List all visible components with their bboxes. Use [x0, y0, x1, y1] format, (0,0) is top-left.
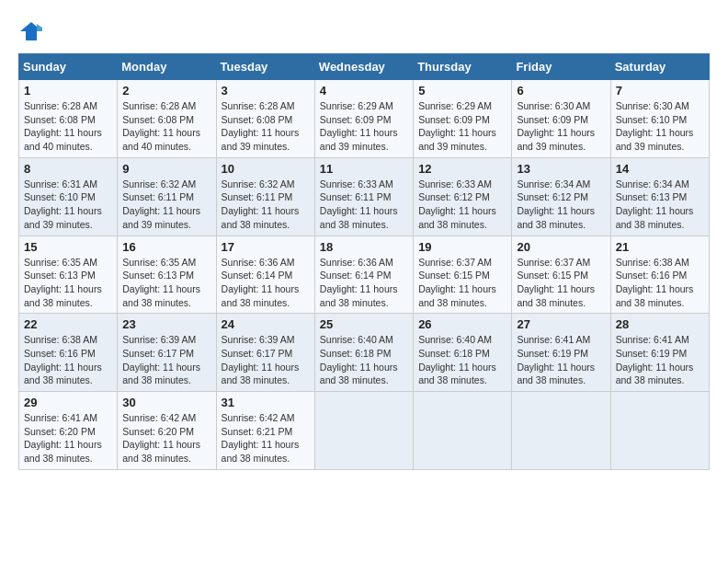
- calendar-cell: 31Sunrise: 6:42 AMSunset: 6:21 PMDayligh…: [216, 392, 314, 470]
- day-info: Sunrise: 6:28 AMSunset: 6:08 PMDaylight:…: [122, 99, 210, 154]
- calendar-cell: 26Sunrise: 6:40 AMSunset: 6:18 PMDayligh…: [414, 314, 512, 392]
- day-number: 17: [222, 240, 310, 254]
- logo-icon: [18, 18, 44, 44]
- weekday-header: Tuesday: [216, 54, 314, 80]
- calendar-cell: 22Sunrise: 6:38 AMSunset: 6:16 PMDayligh…: [19, 314, 118, 392]
- calendar-row: 8Sunrise: 6:31 AMSunset: 6:10 PMDaylight…: [19, 157, 710, 236]
- logo: [18, 18, 48, 44]
- day-number: 30: [122, 396, 210, 409]
- calendar-cell: [512, 392, 610, 470]
- day-number: 31: [222, 396, 310, 409]
- calendar-cell: 16Sunrise: 6:35 AMSunset: 6:13 PMDayligh…: [118, 236, 216, 314]
- calendar-cell: 25Sunrise: 6:40 AMSunset: 6:18 PMDayligh…: [314, 314, 413, 392]
- day-info: Sunrise: 6:41 AMSunset: 6:19 PMDaylight:…: [616, 333, 704, 387]
- calendar-row: 15Sunrise: 6:35 AMSunset: 6:13 PMDayligh…: [19, 236, 710, 314]
- weekday-header: Wednesday: [314, 54, 413, 80]
- day-number: 16: [122, 240, 210, 254]
- day-info: Sunrise: 6:37 AMSunset: 6:15 PMDaylight:…: [418, 256, 506, 310]
- day-info: Sunrise: 6:41 AMSunset: 6:20 PMDaylight:…: [24, 411, 112, 465]
- calendar-row: 22Sunrise: 6:38 AMSunset: 6:16 PMDayligh…: [19, 314, 710, 392]
- calendar-cell: 17Sunrise: 6:36 AMSunset: 6:14 PMDayligh…: [216, 236, 314, 314]
- calendar-cell: 24Sunrise: 6:39 AMSunset: 6:17 PMDayligh…: [216, 314, 314, 392]
- day-number: 28: [616, 317, 704, 331]
- day-number: 5: [418, 84, 506, 98]
- calendar-cell: [610, 392, 709, 470]
- day-number: 2: [122, 84, 210, 98]
- day-number: 20: [517, 240, 605, 254]
- day-info: Sunrise: 6:33 AMSunset: 6:11 PMDaylight:…: [320, 178, 408, 232]
- day-number: 19: [418, 240, 506, 254]
- day-info: Sunrise: 6:29 AMSunset: 6:09 PMDaylight:…: [418, 99, 506, 154]
- day-number: 23: [122, 317, 210, 331]
- day-info: Sunrise: 6:40 AMSunset: 6:18 PMDaylight:…: [418, 333, 506, 387]
- calendar-cell: 28Sunrise: 6:41 AMSunset: 6:19 PMDayligh…: [610, 314, 709, 392]
- calendar-cell: 1Sunrise: 6:28 AMSunset: 6:08 PMDaylight…: [19, 80, 118, 158]
- calendar-cell: 18Sunrise: 6:36 AMSunset: 6:14 PMDayligh…: [314, 236, 413, 314]
- calendar-cell: 9Sunrise: 6:32 AMSunset: 6:11 PMDaylight…: [118, 157, 216, 236]
- calendar-cell: 20Sunrise: 6:37 AMSunset: 6:15 PMDayligh…: [512, 236, 610, 314]
- day-info: Sunrise: 6:38 AMSunset: 6:16 PMDaylight:…: [616, 256, 704, 310]
- day-number: 1: [24, 84, 112, 98]
- weekday-header: Thursday: [414, 54, 512, 80]
- day-info: Sunrise: 6:38 AMSunset: 6:16 PMDaylight:…: [24, 333, 112, 387]
- day-info: Sunrise: 6:40 AMSunset: 6:18 PMDaylight:…: [320, 333, 408, 387]
- calendar-cell: 14Sunrise: 6:34 AMSunset: 6:13 PMDayligh…: [610, 157, 709, 236]
- day-number: 25: [320, 317, 408, 331]
- day-number: 7: [616, 84, 704, 98]
- day-number: 8: [24, 162, 112, 176]
- calendar-cell: 30Sunrise: 6:42 AMSunset: 6:20 PMDayligh…: [118, 392, 216, 470]
- day-info: Sunrise: 6:31 AMSunset: 6:10 PMDaylight:…: [24, 178, 112, 232]
- calendar-cell: 19Sunrise: 6:37 AMSunset: 6:15 PMDayligh…: [414, 236, 512, 314]
- calendar-cell: 27Sunrise: 6:41 AMSunset: 6:19 PMDayligh…: [512, 314, 610, 392]
- day-info: Sunrise: 6:36 AMSunset: 6:14 PMDaylight:…: [320, 256, 408, 310]
- weekday-header: Saturday: [610, 54, 709, 80]
- day-info: Sunrise: 6:41 AMSunset: 6:19 PMDaylight:…: [517, 333, 605, 387]
- day-info: Sunrise: 6:29 AMSunset: 6:09 PMDaylight:…: [320, 99, 408, 154]
- day-number: 18: [320, 240, 408, 254]
- day-info: Sunrise: 6:35 AMSunset: 6:13 PMDaylight:…: [122, 256, 210, 310]
- day-number: 21: [616, 240, 704, 254]
- calendar-row: 1Sunrise: 6:28 AMSunset: 6:08 PMDaylight…: [19, 80, 710, 158]
- day-info: Sunrise: 6:30 AMSunset: 6:09 PMDaylight:…: [517, 99, 605, 154]
- calendar-cell: 21Sunrise: 6:38 AMSunset: 6:16 PMDayligh…: [610, 236, 709, 314]
- calendar-cell: 6Sunrise: 6:30 AMSunset: 6:09 PMDaylight…: [512, 80, 610, 158]
- day-info: Sunrise: 6:32 AMSunset: 6:11 PMDaylight:…: [222, 178, 310, 232]
- day-number: 4: [320, 84, 408, 98]
- day-number: 3: [222, 84, 310, 98]
- day-number: 6: [517, 84, 605, 98]
- calendar-cell: 5Sunrise: 6:29 AMSunset: 6:09 PMDaylight…: [414, 80, 512, 158]
- day-info: Sunrise: 6:34 AMSunset: 6:12 PMDaylight:…: [517, 178, 605, 232]
- page-header: [18, 18, 710, 44]
- day-number: 11: [320, 162, 408, 176]
- day-info: Sunrise: 6:28 AMSunset: 6:08 PMDaylight:…: [222, 99, 310, 154]
- day-info: Sunrise: 6:42 AMSunset: 6:20 PMDaylight:…: [122, 411, 210, 465]
- calendar-cell: 13Sunrise: 6:34 AMSunset: 6:12 PMDayligh…: [512, 157, 610, 236]
- day-number: 15: [24, 240, 112, 254]
- calendar-cell: 2Sunrise: 6:28 AMSunset: 6:08 PMDaylight…: [118, 80, 216, 158]
- calendar-cell: [414, 392, 512, 470]
- day-number: 26: [418, 317, 506, 331]
- calendar-header-row: SundayMondayTuesdayWednesdayThursdayFrid…: [19, 54, 710, 80]
- day-number: 14: [616, 162, 704, 176]
- calendar-cell: 23Sunrise: 6:39 AMSunset: 6:17 PMDayligh…: [118, 314, 216, 392]
- day-info: Sunrise: 6:36 AMSunset: 6:14 PMDaylight:…: [222, 256, 310, 310]
- calendar-cell: 7Sunrise: 6:30 AMSunset: 6:10 PMDaylight…: [610, 80, 709, 158]
- calendar-cell: 15Sunrise: 6:35 AMSunset: 6:13 PMDayligh…: [19, 236, 118, 314]
- day-number: 22: [24, 317, 112, 331]
- calendar-cell: 12Sunrise: 6:33 AMSunset: 6:12 PMDayligh…: [414, 157, 512, 236]
- day-number: 13: [517, 162, 605, 176]
- day-number: 27: [517, 317, 605, 331]
- calendar-cell: 10Sunrise: 6:32 AMSunset: 6:11 PMDayligh…: [216, 157, 314, 236]
- day-number: 24: [222, 317, 310, 331]
- day-info: Sunrise: 6:32 AMSunset: 6:11 PMDaylight:…: [122, 178, 210, 232]
- day-number: 9: [122, 162, 210, 176]
- day-number: 12: [418, 162, 506, 176]
- day-info: Sunrise: 6:28 AMSunset: 6:08 PMDaylight:…: [24, 99, 112, 154]
- calendar-cell: 29Sunrise: 6:41 AMSunset: 6:20 PMDayligh…: [19, 392, 118, 470]
- calendar-cell: 3Sunrise: 6:28 AMSunset: 6:08 PMDaylight…: [216, 80, 314, 158]
- calendar-cell: 4Sunrise: 6:29 AMSunset: 6:09 PMDaylight…: [314, 80, 413, 158]
- calendar-cell: 8Sunrise: 6:31 AMSunset: 6:10 PMDaylight…: [19, 157, 118, 236]
- day-info: Sunrise: 6:37 AMSunset: 6:15 PMDaylight:…: [517, 256, 605, 310]
- day-number: 29: [24, 396, 112, 409]
- weekday-header: Friday: [512, 54, 610, 80]
